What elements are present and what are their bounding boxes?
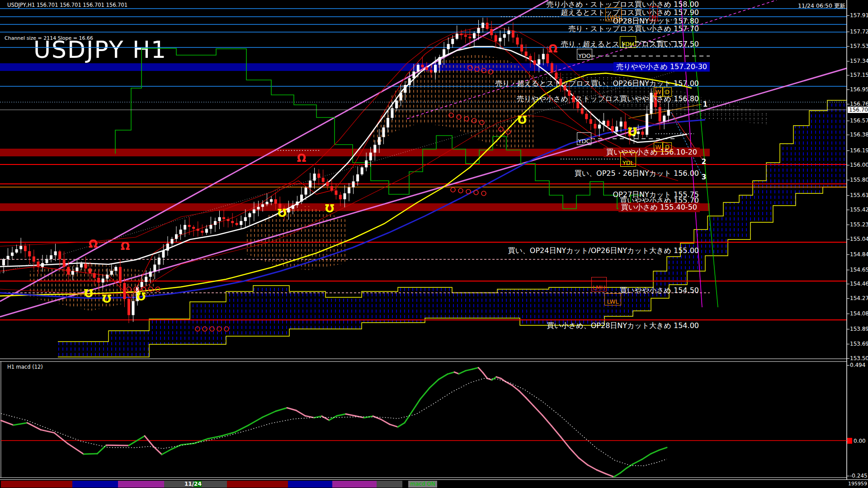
axis-tick bbox=[847, 61, 849, 61]
axis-tick bbox=[847, 344, 849, 344]
marker-box-ydc: YDC bbox=[577, 132, 591, 145]
axis-tick bbox=[847, 165, 849, 165]
axis-tick bbox=[847, 210, 849, 210]
axis-tick bbox=[847, 365, 849, 366]
axis-tick bbox=[847, 284, 849, 284]
sell-reversal-icon: Ω bbox=[121, 241, 130, 252]
axis-tick bbox=[847, 225, 849, 225]
axis-price-label: 155.230 bbox=[850, 221, 868, 228]
axis-price-label: 153.695 bbox=[850, 341, 868, 347]
timeline-segment bbox=[72, 481, 118, 488]
symbol-title: USDJPY,H1 156.701 156.701 156.701 156.70… bbox=[7, 2, 127, 8]
axis-price-label: 0.00 bbox=[854, 438, 866, 444]
axis-tick bbox=[847, 270, 849, 270]
axis-price-label: 154.080 bbox=[850, 310, 868, 317]
axis-tick bbox=[847, 75, 849, 75]
axis-tick bbox=[847, 358, 849, 359]
axis-tick bbox=[847, 46, 849, 47]
axis-tick bbox=[847, 239, 849, 239]
axis-tick bbox=[847, 32, 849, 32]
marker-box-ydo: YDO bbox=[577, 49, 592, 60]
current-price-label: 156.701 bbox=[848, 107, 868, 113]
sell-reversal-icon: Ω bbox=[89, 239, 98, 249]
level-annotation: 買い、OP25・26日NYカット 156.00 bbox=[575, 169, 699, 178]
macd-panel-label: H1 macd (12) bbox=[7, 364, 43, 370]
axis-tick bbox=[847, 254, 849, 255]
level-annotation: 買いやや小さめ 154.50 bbox=[620, 286, 699, 296]
axis-price-label: 155.040 bbox=[850, 236, 868, 242]
axis-price-label: 156.190 bbox=[850, 147, 868, 154]
axis-price-label: 156.380 bbox=[850, 131, 868, 138]
marker-box-ydh: YDH bbox=[620, 36, 636, 48]
axis-tick bbox=[847, 298, 849, 299]
channel-info-label: Channel size = 2114 Slope = 16.66 bbox=[5, 35, 93, 41]
axis-tick bbox=[847, 135, 849, 135]
axis-price-label: 155.805 bbox=[850, 177, 868, 183]
timeline-segment bbox=[288, 481, 332, 488]
marker-box-lmh: LMH bbox=[591, 277, 607, 291]
axis-price-label: 157.150 bbox=[850, 72, 868, 78]
chart-canvas bbox=[0, 0, 868, 488]
timeline-segment bbox=[377, 481, 402, 488]
macd-zero-tick bbox=[847, 438, 852, 444]
sell-reversal-icon: Ω bbox=[297, 153, 306, 164]
axis-price-label: 155.425 bbox=[850, 206, 868, 213]
axis-price-label: 154.845 bbox=[850, 251, 868, 258]
axis-tick bbox=[847, 15, 849, 16]
timeline-bar[interactable]: 11/24 macd ON 195959 bbox=[0, 479, 868, 488]
axis-price-label: -0.245 bbox=[850, 473, 868, 479]
level-annotation: 売りやや小さめ 157.20-30 bbox=[613, 62, 710, 72]
axis-tick bbox=[847, 195, 849, 196]
level-annotation: 超えるとストップロス買い小さめ 157.90 bbox=[561, 8, 699, 18]
sell-reversal-icon: Ω bbox=[548, 43, 557, 54]
axis-tick bbox=[847, 476, 849, 476]
axis-tick bbox=[847, 314, 849, 314]
macd-toggle-button[interactable]: macd ON bbox=[408, 481, 437, 488]
axis-tick bbox=[847, 150, 849, 151]
level-annotation: 売り・ストップロス買い小さめ 157.70 bbox=[568, 24, 699, 34]
axis-price-label: 157.340 bbox=[850, 58, 868, 64]
timeline-segment bbox=[332, 481, 377, 488]
buy-reversal-icon: Ω bbox=[325, 202, 334, 213]
axis-price-label: 155.615 bbox=[850, 192, 868, 198]
axis-price-label: 156.000 bbox=[850, 162, 868, 168]
level-annotation: 買い、OP24日NYカット/OP26日NYカット大きめ 155.00 bbox=[508, 246, 699, 256]
axis-price-label: 153.505 bbox=[850, 355, 868, 361]
axis-price-label: 156.765 bbox=[850, 101, 868, 107]
axis-tick bbox=[847, 329, 849, 329]
axis-tick bbox=[847, 180, 849, 180]
axis-price-label: 157.535 bbox=[850, 43, 868, 49]
marker-box-wd: WD bbox=[654, 87, 672, 97]
marker-box-wd: WD bbox=[654, 142, 672, 152]
chart-window: USDJPY,H1 156.701 156.701 156.701 156.70… bbox=[0, 0, 868, 488]
axis-price-label: 153.890 bbox=[850, 326, 868, 332]
marker-box-lwh: LWH bbox=[605, 7, 622, 21]
update-timestamp: 11/24 06:50 更新 bbox=[798, 2, 845, 10]
axis-price-label: 154.655 bbox=[850, 267, 868, 273]
axis-price-label: 154.270 bbox=[850, 295, 868, 301]
level-annotation: 買い小さめ、OP28日NYカット大きめ 154.00 bbox=[547, 321, 699, 331]
timeline-segment bbox=[227, 481, 288, 488]
level-annotation: 買い小さめ 155.40-50 bbox=[618, 203, 700, 212]
marker-box-lwl: LWL bbox=[604, 293, 621, 305]
timeline-segment bbox=[1, 481, 72, 488]
marker-box-m: M bbox=[650, 6, 658, 21]
level-annotation: 買いやや小さめ 156.10-20 bbox=[604, 148, 700, 157]
projection-label-3: 3 bbox=[702, 173, 706, 181]
buy-reversal-icon: Ω bbox=[628, 126, 637, 136]
axis-price-label: 154.465 bbox=[850, 281, 868, 287]
buy-reversal-icon: Ω bbox=[518, 114, 527, 125]
axis-price-label: 157.725 bbox=[850, 28, 868, 35]
buy-reversal-icon: Ω bbox=[137, 291, 146, 301]
axis-price-label: 156.575 bbox=[850, 117, 868, 124]
axis-tick bbox=[847, 104, 849, 104]
timeline-date-label: 11/24 bbox=[184, 481, 202, 487]
axis-tick bbox=[847, 89, 849, 90]
projection-label-2: 2 bbox=[702, 158, 706, 166]
buy-reversal-icon: Ω bbox=[102, 293, 111, 304]
buy-reversal-icon: Ω bbox=[84, 287, 93, 298]
projection-label-1: 1 bbox=[703, 100, 708, 108]
marker-box-ydl: YDL bbox=[620, 152, 636, 167]
axis-price-label: 157.915 bbox=[850, 12, 868, 19]
timeline-segment bbox=[118, 481, 164, 488]
